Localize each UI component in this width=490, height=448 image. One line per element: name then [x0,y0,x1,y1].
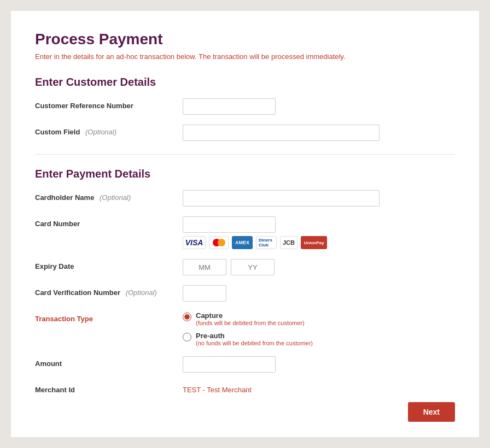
card-number-group: Card Number VISA AMEX Diners Club JCB Un… [35,216,455,249]
unionpay-icon: UnionPay [301,236,327,249]
cvn-input[interactable] [183,285,226,302]
amount-input[interactable] [183,356,276,373]
card-number-field-area: VISA AMEX Diners Club JCB UnionPay [183,216,327,249]
preauth-radio[interactable] [183,333,191,341]
custom-field-input[interactable] [183,125,380,141]
custom-field-label: Custom Field (Optional) [35,125,183,136]
preauth-label: Pre-auth [196,332,313,340]
custom-field-group: Custom Field (Optional) [35,125,455,141]
transaction-type-label: Transaction Type [35,311,183,323]
amount-label: Amount [35,356,183,368]
merchant-id-value: TEST - Test Merchant [183,382,252,394]
payment-section-title: Enter Payment Details [35,168,455,180]
expiry-mm-input[interactable] [183,259,226,275]
cardholder-name-label: Cardholder Name (Optional) [35,190,183,202]
transaction-type-group: Transaction Type Capture (funds will be … [35,311,455,346]
transaction-type-radio-group: Capture (funds will be debited from the … [183,311,313,346]
cardholder-name-input[interactable] [183,190,380,207]
customer-ref-group: Customer Reference Number [35,98,455,115]
page-subtitle: Enter in the details for an ad-hoc trans… [35,52,455,61]
cvn-label: Card Verification Number (Optional) [35,285,183,297]
cvn-group: Card Verification Number (Optional) [35,285,455,302]
capture-sublabel: (funds will be debited from the customer… [196,320,305,326]
diners-icon: Diners Club [256,236,277,249]
main-card: Process Payment Enter in the details for… [11,11,479,437]
visa-icon: VISA [183,236,206,249]
page-title: Process Payment [35,31,455,48]
preauth-sublabel: (no funds will be debited from the custo… [196,340,313,346]
expiry-date-group: Expiry Date [35,259,455,275]
amex-icon: AMEX [232,236,253,249]
merchant-id-group: Merchant Id TEST - Test Merchant [35,382,455,394]
jcb-icon: JCB [280,236,298,249]
expiry-inputs [183,259,275,275]
capture-option[interactable]: Capture (funds will be debited from the … [183,311,313,326]
subtitle-part1: Enter in the details for an ad-hoc trans… [35,52,197,61]
expiry-date-label: Expiry Date [35,259,183,270]
expiry-yy-input[interactable] [231,259,275,275]
cardholder-name-group: Cardholder Name (Optional) [35,190,455,207]
merchant-id-label: Merchant Id [35,382,183,394]
subtitle-part2: The transaction will be processed immedi… [199,52,346,61]
next-button[interactable]: Next [408,402,455,422]
card-icons: VISA AMEX Diners Club JCB UnionPay [183,236,327,249]
capture-label: Capture [196,311,305,320]
amount-group: Amount [35,356,455,373]
card-number-label: Card Number [35,216,183,228]
section-divider [35,154,455,155]
preauth-option[interactable]: Pre-auth (no funds will be debited from … [183,332,313,346]
capture-radio[interactable] [183,313,191,321]
customer-ref-input[interactable] [183,98,276,115]
customer-section-title: Enter Customer Details [35,76,455,89]
card-number-input[interactable] [183,216,276,233]
customer-ref-label: Customer Reference Number [35,98,183,110]
mastercard-icon [209,236,229,249]
